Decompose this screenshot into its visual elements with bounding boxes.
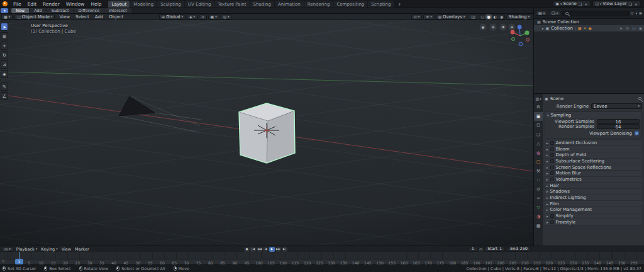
camera-object-icon[interactable]: ◉ — [589, 26, 592, 30]
bloom-checkbox[interactable] — [550, 147, 554, 151]
viewport-menu-object[interactable]: Object — [106, 14, 126, 20]
editor-type-button[interactable]: ▦ ▾ — [1, 14, 13, 20]
viewport-samples-value-field[interactable]: 16 — [597, 119, 640, 124]
prev-key-button[interactable]: ◀◀ — [257, 247, 262, 252]
timeline-menu-marker[interactable]: Marker — [75, 247, 89, 252]
sampling-panel-header[interactable]: ▾ Sampling — [545, 112, 641, 118]
snap-target-dropdown[interactable]: ▣ ▾ — [208, 14, 219, 20]
zoom-view-button[interactable]: ⊕ — [509, 24, 516, 31]
panel-film[interactable]: ▸Film — [545, 201, 642, 207]
properties-tab-world[interactable]: ◍ — [534, 149, 543, 158]
properties-tab-physics[interactable]: ↺ — [534, 185, 543, 195]
panel-motion-blur[interactable]: ▸Motion Blur — [545, 171, 642, 177]
properties-tab-object-data[interactable]: ▽ — [534, 203, 543, 213]
properties-tab-material[interactable]: ◑ — [534, 212, 543, 222]
outliner-row-collection[interactable]: ▸▣Collection|▦✦◉➤⊙▭◉ — [534, 25, 644, 31]
search-icon[interactable] — [638, 96, 642, 101]
search-input[interactable] — [570, 11, 626, 16]
workspace-tab-animation[interactable]: Animation — [275, 1, 304, 8]
selectmode-difference-button[interactable]: Difference — [74, 8, 104, 13]
perspective-toggle-button[interactable]: ⊞ — [490, 24, 497, 31]
volumetrics-checkbox[interactable] — [550, 178, 554, 181]
panel-ambient-occlusion[interactable]: ▸Ambient Occlusion — [545, 140, 642, 147]
pointer-toggle-icon[interactable]: ➤ — [619, 26, 623, 30]
z-axis-negative-handle[interactable] — [519, 42, 523, 46]
plus-icon[interactable]: + — [1, 259, 5, 264]
shading-dropdown[interactable]: Shading ▾ — [506, 14, 532, 20]
subsurface-scattering-checkbox[interactable] — [550, 159, 554, 163]
pan-view-button[interactable]: ✚ — [500, 24, 507, 31]
eye-toggle-icon[interactable]: ⊙ — [626, 26, 629, 30]
timeline-menu-view[interactable]: View — [62, 247, 71, 252]
move-tool-button[interactable]: ⌖ — [1, 42, 8, 50]
menu-file[interactable]: File — [10, 1, 25, 7]
new-scene-button[interactable]: ❏ — [578, 2, 582, 6]
frame-end-field[interactable]: End 250 — [507, 247, 531, 252]
transform-orientation-dropdown[interactable]: ⊕ Global ▾ — [159, 14, 186, 20]
render-camera-toggle-icon[interactable]: ◉ — [639, 26, 642, 30]
workspace-tab-rendering[interactable]: Rendering — [304, 1, 333, 8]
current-frame-field[interactable]: 1 — [469, 247, 477, 252]
proportional-editing-dropdown[interactable]: ◎ ▾ — [221, 14, 232, 20]
camera-view-button[interactable]: ◉ — [480, 24, 487, 31]
playhead-frame-badge[interactable]: 1 — [15, 259, 23, 264]
rotate-tool-button[interactable]: ↻ — [1, 51, 8, 59]
select-box-tool-button[interactable]: ➤ — [1, 23, 8, 31]
properties-tab-modifiers[interactable]: ⚒ — [534, 167, 543, 176]
record-button[interactable]: ● — [244, 247, 250, 252]
properties-tab-output[interactable]: ⊟ — [534, 121, 543, 130]
playhead[interactable] — [19, 252, 19, 259]
light-object-icon[interactable]: ✦ — [584, 26, 587, 30]
screen-toggle-icon[interactable]: ▭ — [632, 26, 636, 30]
depth-of-field-checkbox[interactable] — [550, 153, 554, 157]
gizmos-dropdown[interactable]: ✛ ▾ — [423, 14, 435, 20]
timeline-editor-type-button[interactable]: ◷ ▾ — [2, 247, 13, 252]
timeline-menu-keying[interactable]: Keying▾ — [41, 247, 57, 252]
frame-start-field[interactable]: Start 1 — [484, 247, 505, 252]
render-samples-value-field[interactable]: 64 — [597, 124, 640, 129]
cursor-tool-button[interactable]: ⊕ — [1, 32, 8, 40]
selectmode-intersect-button[interactable]: Intersect — [104, 8, 131, 13]
timeline-menu-playback[interactable]: Playback▾ — [16, 247, 38, 252]
view-layer-selector[interactable]: ❏ ▾ View Layer ❏ × — [592, 1, 641, 7]
properties-tab-view-layer[interactable]: ❏ — [534, 130, 543, 140]
play-button[interactable]: ▶ — [269, 247, 275, 252]
render-engine-select[interactable]: Eevee ▾ — [591, 103, 642, 109]
blender-logo-icon[interactable] — [3, 1, 8, 6]
motion-blur-checkbox[interactable] — [550, 171, 554, 175]
jump-end-button[interactable]: ▶| — [282, 247, 287, 252]
scene-selector[interactable]: ▣ ▾ Scene ❏ × — [553, 1, 591, 7]
freestyle-checkbox[interactable] — [550, 220, 554, 224]
measure-tool-button[interactable]: ∠ — [1, 92, 8, 100]
x-axis-handle[interactable] — [511, 30, 515, 35]
cube-object-icon[interactable]: ▦ — [578, 26, 582, 30]
ambient-occlusion-checkbox[interactable] — [550, 141, 554, 145]
scale-tool-button[interactable]: ⊿ — [1, 60, 8, 69]
add-workspace-tab[interactable]: + — [394, 1, 404, 8]
menu-window[interactable]: Window — [63, 1, 88, 7]
material-shading-button[interactable]: ◐ — [492, 14, 498, 20]
workspace-tab-scripting[interactable]: Scripting — [368, 1, 394, 8]
panel-color-management[interactable]: ▸Color Management — [545, 207, 642, 213]
play-back-button[interactable]: ◀ — [263, 247, 269, 252]
outliner-search[interactable] — [562, 11, 629, 16]
overlays-dropdown[interactable]: ◍ Overlays ▾ — [436, 14, 468, 20]
transform-tool-button[interactable]: ◈ — [1, 70, 8, 78]
delete-scene-button[interactable]: × — [584, 2, 588, 6]
properties-tab-scene[interactable]: △ — [534, 139, 543, 149]
outliner-display-mode-dropdown[interactable]: ❏ ▾ — [549, 11, 560, 16]
workspace-tab-layout[interactable]: Layout — [108, 1, 130, 8]
workspace-tab-compositing[interactable]: Compositing — [333, 1, 367, 8]
panel-hair[interactable]: ▸Hair — [545, 183, 642, 189]
snap-toggle[interactable]: ∩ — [199, 14, 206, 20]
next-key-button[interactable]: ▶▶ — [275, 247, 281, 252]
filter-icon[interactable]: ▽ — [631, 11, 634, 15]
new-view-layer-button[interactable]: ❏ — [628, 2, 633, 6]
workspace-tab-shading[interactable]: Shading — [250, 1, 274, 8]
object-type-visibility-dropdown[interactable]: ⊙ ▾ — [411, 14, 423, 20]
menu-help[interactable]: Help — [87, 1, 104, 7]
panel-freestyle[interactable]: ▸Freestyle — [545, 219, 642, 225]
panel-screen-space-reflections[interactable]: ▸Screen Space Reflections — [545, 164, 642, 171]
panel-indirect-lighting[interactable]: ▸Indirect Lighting — [545, 195, 642, 201]
panel-simplify[interactable]: ▸Simplify — [545, 213, 642, 220]
